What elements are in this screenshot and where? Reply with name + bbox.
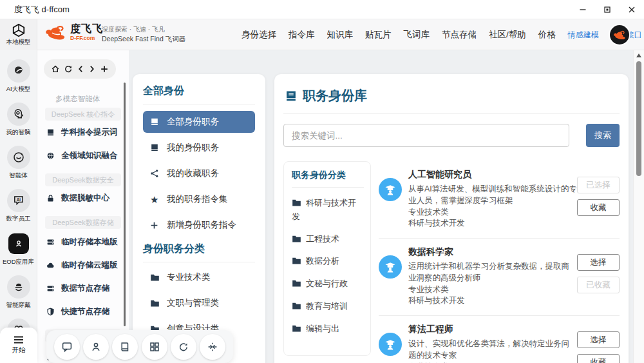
divider — [283, 113, 620, 114]
sidebar-item-subject-prompts[interactable]: 学科指令提示词 — [46, 127, 129, 138]
start-label: 开始 — [12, 346, 26, 355]
scrollbar-thumb[interactable] — [636, 61, 641, 176]
share-icon — [150, 169, 160, 178]
search-input[interactable] — [283, 124, 569, 147]
nav-item-command-library[interactable]: 指令库 — [289, 29, 315, 41]
app-window: 度飞飞 d-ffcom 本地模型 度飞飞 — [0, 0, 644, 363]
job-row-algorithm-engineer: 算法工程师 设计、实现和优化各类算法，解决特定业务问题的技术专家 专业技术类 科… — [379, 316, 620, 363]
back-icon[interactable] — [77, 64, 84, 74]
sidebar-item-data-node-storage[interactable]: 数据节点存储 — [46, 283, 129, 294]
menu-item-my-favorite-jobs[interactable]: 我的收藏职务 — [143, 162, 255, 184]
cloud-icon — [46, 261, 55, 270]
category-research-tech-dev[interactable]: 科研与技术开发 — [292, 197, 364, 224]
category-secretarial-admin[interactable]: 文秘与行政 — [292, 277, 364, 291]
sidebar-item-temp-storage-cloud[interactable]: 临时存储云端版 — [46, 260, 129, 271]
identity-panel: 全部身份 全部身份职务 我的身份职务 我的收藏职务 ★ 我的职务指令集 新增身份… — [133, 74, 265, 363]
nav-item-emotion-modeling[interactable]: 情感建模 — [568, 30, 599, 41]
favorite-button[interactable]: 已收藏 — [577, 277, 620, 293]
favorite-button[interactable]: 收藏 — [577, 354, 620, 363]
sidebar-item-local-model[interactable]: 本地模型 — [0, 19, 37, 50]
chat-icon[interactable] — [54, 334, 80, 360]
person-icon[interactable] — [83, 334, 109, 360]
nav-item-knowledge-base[interactable]: 知识库 — [327, 29, 354, 41]
tagline-line2: DeepSeek Fast Find 飞词器 — [102, 34, 185, 44]
cube-hexagon-icon — [12, 23, 26, 37]
sidebar-item-label: 快捷节点存储 — [61, 306, 109, 317]
nav-item-fly-lexicon[interactable]: 飞词库 — [404, 29, 430, 41]
sidebar-item-eod-apps[interactable]: EOD应用库 — [0, 232, 37, 266]
category-label: 文秘与行政 — [306, 279, 348, 288]
sidebar-item-my-smart-brain[interactable]: 我的智脑 — [0, 103, 37, 137]
sidebar-pill-core-commands[interactable]: DeepSeek 核心指令 — [45, 108, 121, 121]
user-avatar[interactable] — [610, 25, 629, 44]
sidebar-item-knowledge-fusion[interactable]: 全领域知识融合 — [46, 150, 129, 161]
sidebar-item-data-masking[interactable]: 数据脱敏中心 — [46, 193, 129, 204]
maximize-button[interactable] — [595, 0, 620, 19]
tagline-line1: 深度探索 · 飞速 · 飞凡 — [102, 25, 185, 34]
refresh-icon[interactable] — [64, 64, 73, 74]
nav-item-tiles[interactable]: 贴瓦片 — [365, 29, 392, 41]
favorite-button[interactable]: 收藏 — [577, 199, 620, 216]
divider — [292, 187, 364, 188]
nav-item-identity-select[interactable]: 身份选择 — [242, 29, 276, 41]
main-panel: 职务身份库 搜索 职务身份分类 科研与技术开发 工程技术 数据分析 文秘与行政 … — [274, 74, 629, 363]
category-label: 教育与培训 — [306, 301, 348, 311]
menu-item-label: 新增身份职务指令 — [167, 219, 236, 231]
folder-icon — [292, 235, 301, 243]
book-icon[interactable] — [112, 334, 138, 360]
sidebar-list: 多模态智能体 DeepSeek 核心指令 学科指令提示词 全领域知识融合 Dee… — [37, 89, 129, 363]
minimize-button[interactable] — [571, 0, 595, 19]
sidebar-item-quick-node-storage[interactable]: 快捷节点存储 — [46, 306, 129, 317]
scroll-up-icon[interactable] — [636, 54, 641, 57]
menu-item-my-job-command-sets[interactable]: ★ 我的职务指令集 — [143, 188, 255, 210]
start-button[interactable]: 开始 — [0, 328, 37, 363]
sidebar-item-ai-large-model[interactable]: AI大模型 — [0, 59, 37, 93]
category-clerical-management[interactable]: 文职与管理类 — [143, 292, 255, 314]
brand-swirl-icon — [612, 29, 627, 41]
search-button[interactable]: 搜索 — [586, 124, 620, 147]
sidebar-item-smart-wearable[interactable]: 智能穿戴 — [0, 275, 37, 309]
sidebar-item-temp-storage-local[interactable]: 临时存储本地版 — [46, 237, 129, 248]
category-education-training[interactable]: 教育与培训 — [292, 300, 364, 313]
select-button[interactable]: 选择 — [577, 331, 620, 348]
select-button[interactable]: 已选择 — [577, 177, 620, 193]
menu-item-label: 我的身份职务 — [167, 142, 219, 153]
agent-icon — [7, 146, 30, 169]
category-data-analysis[interactable]: 数据分析 — [292, 255, 364, 268]
rail-item-label: 智能穿戴 — [6, 301, 31, 309]
app-header: 本地模型 度飞飞 D-FF.com 深度探索 · 飞速 · 飞凡 DeepSee… — [0, 19, 644, 50]
category-label: 文职与管理类 — [167, 297, 219, 309]
divider — [143, 104, 255, 104]
sidebar-item-digital-staff[interactable]: Ai 数字员工 — [0, 189, 37, 223]
job-tag-secondary: 科研与技术开发 — [408, 295, 577, 307]
category-editing-publishing[interactable]: 编辑与出 — [292, 322, 364, 336]
forward-icon[interactable] — [88, 64, 96, 74]
nav-item-node-storage[interactable]: 节点存储 — [442, 29, 477, 41]
menu-item-add-identity-job-command[interactable]: 新增身份职务指令 — [143, 214, 255, 236]
tune-icon[interactable] — [200, 334, 225, 360]
home-icon[interactable] — [51, 64, 60, 74]
add-icon[interactable] — [100, 64, 109, 74]
job-title: 人工智能研究员 — [408, 169, 577, 181]
brand-logo[interactable]: 度飞飞 D-FF.com — [44, 24, 103, 41]
menu-item-my-identity-jobs[interactable]: 我的身份职务 — [143, 137, 255, 159]
category-professional-technical[interactable]: 专业技术类 — [143, 266, 255, 288]
nav-item-community-help[interactable]: 社区/帮助 — [489, 29, 526, 41]
sidebar-pill-data-security[interactable]: DeepSeek数据安全 — [45, 173, 121, 186]
menu-item-all-identity-jobs[interactable]: 全部身份职务 — [143, 111, 255, 133]
sidebar-pill-data-storage[interactable]: DeepSeek数据存储 — [45, 216, 121, 229]
folder-icon — [150, 273, 160, 282]
sidebar-scrollbar-thumb[interactable] — [124, 83, 126, 326]
window-controls — [571, 0, 644, 19]
sync-icon[interactable] — [171, 334, 196, 360]
sidebar-item-agent[interactable]: 智能体 — [0, 146, 37, 180]
search-bar: 搜索 — [283, 124, 620, 147]
rail-item-label: EOD应用库 — [3, 258, 34, 266]
nav-item-pricing[interactable]: 价格 — [538, 29, 556, 41]
select-button[interactable]: 选择 — [577, 254, 620, 271]
close-button[interactable] — [620, 0, 644, 19]
grid-icon[interactable] — [142, 334, 167, 360]
minimize-icon — [579, 6, 587, 14]
category-engineering-tech[interactable]: 工程技术 — [292, 233, 364, 246]
vertical-scrollbar[interactable] — [633, 50, 644, 363]
